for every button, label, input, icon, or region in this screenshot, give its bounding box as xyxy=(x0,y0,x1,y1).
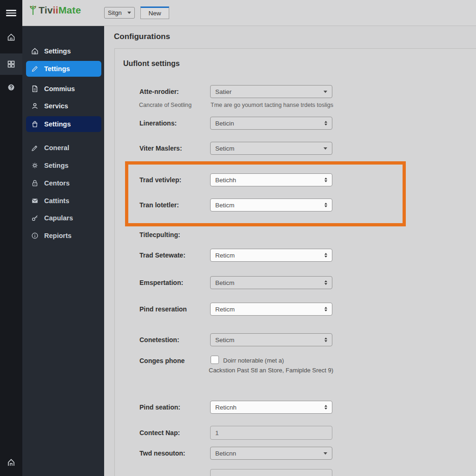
pind-seation-select[interactable]: Reticnh xyxy=(210,401,332,414)
field-label: Pind seation: xyxy=(139,403,180,412)
tran-lotetler-select[interactable]: Beticm xyxy=(210,198,332,212)
field-label: Trad Setewate: xyxy=(139,251,185,260)
select-stepper-icon xyxy=(324,203,327,208)
field-label: Titlecpulting: xyxy=(139,230,180,239)
tree-logo-icon xyxy=(29,5,37,16)
section-title: Uuflont settings xyxy=(123,60,180,68)
sidebar-item-tettings[interactable]: Tettings xyxy=(26,61,101,77)
home-icon[interactable] xyxy=(7,33,16,42)
app-title: TiviiMate xyxy=(39,5,81,16)
helper-text-right: Tme are go youmort tacting hanse trdets … xyxy=(211,102,333,108)
sidebar-item-settings-navy[interactable]: Settings xyxy=(26,116,101,132)
sidebar-item-centors[interactable]: Centors xyxy=(26,175,101,191)
sidebar-item-settings-top[interactable]: Settings xyxy=(26,43,101,59)
chevron-down-icon xyxy=(324,147,327,150)
sidebar-item-repiorts[interactable]: Repiorts xyxy=(26,228,101,244)
app-logo: TiviiMate xyxy=(29,5,81,16)
atte-nrodier-select[interactable]: Satier xyxy=(210,85,332,98)
select-stepper-icon xyxy=(324,307,327,312)
checkbox[interactable] xyxy=(211,356,219,364)
info-circle-icon xyxy=(31,231,39,240)
field-label: Viter Maslers: xyxy=(139,144,182,153)
sidebar-item-cattints[interactable]: Cattints xyxy=(26,193,101,209)
chevron-down-icon xyxy=(324,91,327,93)
person-icon xyxy=(31,102,39,110)
highlight-rectangle xyxy=(125,161,406,226)
page-title: Configurations xyxy=(114,32,170,41)
home-icon xyxy=(31,47,39,55)
select-stepper-icon xyxy=(324,121,327,126)
sidebar: Settings Tettings Commius Servics Settin… xyxy=(22,26,104,476)
field-label: Contect Nap: xyxy=(139,428,180,437)
trad-setewate-select[interactable]: Reticm xyxy=(210,249,332,262)
sidebar-item-servics[interactable]: Servics xyxy=(26,98,101,114)
key-icon xyxy=(31,214,39,222)
sidebar-item-setings[interactable]: Setings xyxy=(26,158,101,173)
checkbox-label: Doirr noterable (met a) xyxy=(223,357,284,364)
field-label: Tran lotetler: xyxy=(139,200,179,210)
twd-nesouton-select[interactable]: Beticnn xyxy=(210,447,332,460)
bag-icon xyxy=(31,120,39,128)
help-circle-icon[interactable] xyxy=(7,83,16,92)
emspertation-select[interactable]: Beticm xyxy=(210,276,332,289)
envelope-icon xyxy=(31,197,39,205)
settings-card: Uuflont settings Atte-nrodier: Satier Ca… xyxy=(114,48,476,476)
pencil-icon xyxy=(31,65,39,73)
partial-input[interactable] xyxy=(210,469,332,476)
sign-dropdown[interactable]: Sitgn xyxy=(104,7,135,19)
document-icon xyxy=(31,85,39,93)
chevron-down-icon xyxy=(127,12,131,14)
top-bar: TiviiMate Sitgn New xyxy=(22,0,476,26)
select-stepper-icon xyxy=(324,405,327,410)
modules-grid-icon[interactable] xyxy=(7,60,16,69)
field-label: Twd nesouton: xyxy=(139,449,185,458)
sidebar-item-commius[interactable]: Commius xyxy=(26,81,101,97)
select-stepper-icon xyxy=(324,178,327,183)
sidebar-item-capulars[interactable]: Capulars xyxy=(26,210,101,226)
sign-dropdown-value: Sitgn xyxy=(108,9,122,16)
field-label: Atte-nrodier: xyxy=(139,87,179,96)
sidebar-item-coneral[interactable]: Coneral xyxy=(26,140,101,156)
select-stepper-icon xyxy=(324,337,327,343)
conetestion-select[interactable]: Seticm xyxy=(210,333,332,346)
field-label: Conetestion: xyxy=(139,335,179,344)
select-stepper-icon xyxy=(324,280,327,285)
helper-text-left: Cancrate of Seotling xyxy=(139,102,192,108)
field-label: Pind reseration xyxy=(139,304,187,314)
trad-vetivlep-select[interactable]: Betichh xyxy=(210,173,332,186)
viter-maslers-select[interactable]: Seticm xyxy=(210,142,332,155)
new-button[interactable]: New xyxy=(140,7,169,19)
checkbox-subtext: Cackstion Past Stl an Store, Famiplde Sr… xyxy=(209,367,333,374)
gear-icon xyxy=(31,161,39,170)
field-label: Trad vetivlep: xyxy=(139,175,181,185)
field-label: Emspertation: xyxy=(139,278,183,287)
home-bottom-icon[interactable] xyxy=(7,458,16,467)
linerations-select[interactable]: Beticin xyxy=(210,117,332,130)
chevron-down-icon xyxy=(324,452,327,455)
icon-strip xyxy=(0,0,22,476)
hamburger-menu-icon[interactable] xyxy=(6,10,16,16)
main-content: Configurations Uuflont settings Atte-nro… xyxy=(104,26,476,476)
field-label: Linerations: xyxy=(139,119,177,128)
field-label: Conges phone xyxy=(139,356,185,365)
lock-icon xyxy=(31,179,39,187)
pen-icon xyxy=(31,144,39,152)
select-stepper-icon xyxy=(324,253,327,258)
contect-nap-input[interactable]: 1 xyxy=(210,426,332,440)
pind-reseration-select[interactable]: Reticm xyxy=(210,303,332,316)
